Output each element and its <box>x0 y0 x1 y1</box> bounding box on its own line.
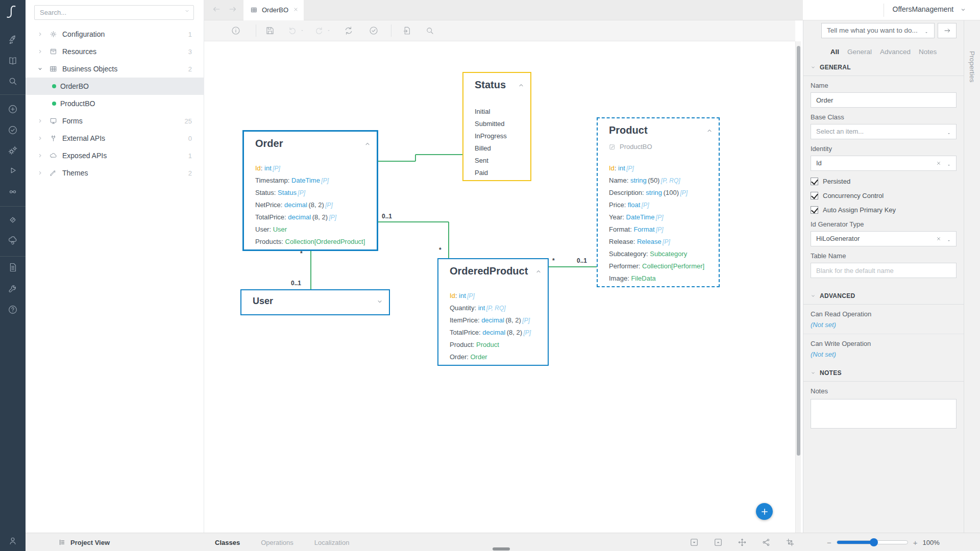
back-arrow-icon[interactable] <box>211 4 222 14</box>
class-field-description[interactable]: Description: string (100) [P] <box>609 189 688 201</box>
class-field-id[interactable]: Id: int [P] <box>609 164 634 177</box>
class-field-totalprice[interactable]: TotalPrice: decimal (8, 2) [P] <box>450 329 531 341</box>
forward-arrow-icon[interactable] <box>228 4 238 14</box>
can-read-value[interactable]: (Not set) <box>811 321 957 329</box>
sidebar-item-business-objects[interactable]: Business Objects2 <box>26 60 204 78</box>
add-class-button[interactable] <box>756 503 773 520</box>
zoom-in-button[interactable]: + <box>913 539 918 546</box>
chevron-right-icon[interactable] <box>37 153 43 159</box>
chevron-down-icon[interactable] <box>37 66 43 72</box>
vertical-scrollbar[interactable] <box>795 41 801 533</box>
class-field-timestamp[interactable]: Timestamp: DateTime [P] <box>255 177 329 189</box>
class-field-netprice[interactable]: NetPrice: decimal (8, 2) [P] <box>255 201 333 213</box>
sidebar-item-productbo[interactable]: ProductBO <box>26 95 204 112</box>
enum-value[interactable]: Submitted <box>475 120 505 132</box>
chevron-right-icon[interactable] <box>37 170 43 177</box>
enum-value[interactable]: Paid <box>475 169 488 181</box>
share-icon[interactable] <box>761 537 771 547</box>
project-view-button[interactable]: Project View <box>58 533 110 551</box>
class-field-itemprice[interactable]: ItemPrice: decimal (8, 2) [P] <box>450 316 530 329</box>
persisted-checkbox-row[interactable]: Persisted <box>811 178 957 185</box>
tab-advanced[interactable]: Advanced <box>880 48 911 56</box>
tab-localization[interactable]: Localization <box>314 539 350 546</box>
class-field-year[interactable]: Year: DateTime [P] <box>609 213 663 226</box>
class-field-quantity[interactable]: Quantity: int [P, RQ] <box>450 304 506 316</box>
class-box-orderedproduct[interactable]: OrderedProductId: int [P]Quantity: int [… <box>437 258 549 366</box>
chevron-down-icon[interactable] <box>376 297 384 306</box>
class-field-image[interactable]: Image: FileData <box>609 274 656 287</box>
class-field-status[interactable]: Status: Status [P] <box>255 189 305 201</box>
zoom-slider-knob[interactable] <box>870 538 878 546</box>
tab-orderbo[interactable]: OrderBO <box>243 0 304 20</box>
sidebar-item-exposed-apis[interactable]: Exposed APIs1 <box>26 147 204 164</box>
tab-notes[interactable]: Notes <box>919 48 937 56</box>
class-field-products[interactable]: Products: Collection[OrderedProduct] <box>255 238 365 250</box>
document-icon[interactable] <box>7 262 18 273</box>
clear-icon[interactable] <box>936 236 942 242</box>
rocket-icon[interactable] <box>7 34 18 45</box>
close-icon[interactable] <box>293 7 299 12</box>
name-field[interactable] <box>811 92 957 108</box>
chevron-right-icon[interactable] <box>37 135 43 142</box>
enum-value[interactable]: InProgress <box>475 132 507 144</box>
clear-icon[interactable] <box>936 160 942 166</box>
section-advanced[interactable]: ADVANCED <box>803 286 964 305</box>
assistant-input[interactable]: Tell me what you want to do... <box>821 23 935 38</box>
sidebar-item-resources[interactable]: Resources3 <box>26 43 204 60</box>
book-icon[interactable] <box>7 55 18 66</box>
assistant-go-button[interactable] <box>938 23 957 38</box>
diagram-canvas[interactable]: 0..1**0..1*0..1OrderId: int [P]Timestamp… <box>204 41 795 533</box>
class-field-price[interactable]: Price: float [P] <box>609 201 649 213</box>
play-icon[interactable] <box>7 165 18 176</box>
chevron-right-icon[interactable] <box>37 118 43 124</box>
enum-value[interactable]: Billed <box>475 144 491 157</box>
persisted-checkbox[interactable] <box>811 178 818 185</box>
chevron-up-icon[interactable] <box>363 140 372 148</box>
chevron-up-icon[interactable] <box>705 127 714 135</box>
check-circle-icon[interactable] <box>7 124 18 136</box>
infinity-icon[interactable] <box>7 186 18 197</box>
add-circle-icon[interactable] <box>7 104 18 115</box>
chevron-right-icon[interactable] <box>37 48 43 55</box>
horizontal-scrollbar[interactable] <box>204 547 795 551</box>
class-field-order[interactable]: Order: Order <box>450 353 487 365</box>
chevron-up-icon[interactable] <box>517 81 525 89</box>
class-box-user[interactable]: User <box>240 289 390 315</box>
section-notes[interactable]: NOTES <box>803 363 964 382</box>
class-box-order[interactable]: OrderId: int [P]Timestamp: DateTime [P]S… <box>242 130 378 251</box>
zoom-slider[interactable] <box>837 540 908 544</box>
concurrency-checkbox[interactable] <box>811 192 818 199</box>
can-write-value[interactable]: (Not set) <box>811 350 957 358</box>
save-button[interactable] <box>265 26 276 36</box>
zoom-out-button[interactable]: − <box>827 539 831 546</box>
chevron-up-icon[interactable] <box>534 267 543 276</box>
class-field-subcategory[interactable]: Subcategory: Subcategory <box>609 250 687 262</box>
class-field-user[interactable]: User: User <box>255 226 287 238</box>
table-name-field[interactable] <box>811 263 957 278</box>
identity-select[interactable]: Id <box>811 156 957 171</box>
class-field-id[interactable]: Id: int [P] <box>255 164 280 177</box>
concurrency-checkbox-row[interactable]: Concurrency Control <box>811 192 957 199</box>
section-general[interactable]: GENERAL <box>803 58 964 76</box>
crop-icon[interactable] <box>785 537 795 547</box>
vertical-scrollbar-thumb[interactable] <box>797 46 800 456</box>
enum-value[interactable]: Initial <box>475 108 490 120</box>
help-icon[interactable] <box>7 304 18 315</box>
horizontal-scrollbar-thumb[interactable] <box>493 547 510 550</box>
notes-field[interactable] <box>811 399 957 429</box>
panel-down-icon[interactable] <box>689 537 699 547</box>
sidebar-item-external-apis[interactable]: External APIs0 <box>26 130 204 147</box>
auto-assign-checkbox-row[interactable]: Auto Assign Primary Key <box>811 206 957 214</box>
class-field-totalprice[interactable]: TotalPrice: decimal (8, 2) [P] <box>255 213 336 226</box>
auto-assign-checkbox[interactable] <box>811 206 818 214</box>
sidebar-item-forms[interactable]: Forms25 <box>26 112 204 130</box>
class-field-product[interactable]: Product: Product <box>450 341 499 353</box>
user-icon[interactable] <box>7 535 18 546</box>
base-class-select[interactable]: Select an item... <box>811 124 957 139</box>
class-box-product[interactable]: ProductProductBOId: int [P]Name: string … <box>597 117 720 287</box>
sidebar-item-themes[interactable]: Themes2 <box>26 164 204 182</box>
class-field-release[interactable]: Release: Release [P] <box>609 238 670 250</box>
move-icon[interactable] <box>737 537 747 547</box>
gears-icon[interactable] <box>7 145 18 156</box>
class-box-status[interactable]: StatusInitialSubmittedInProgressBilledSe… <box>462 72 531 181</box>
